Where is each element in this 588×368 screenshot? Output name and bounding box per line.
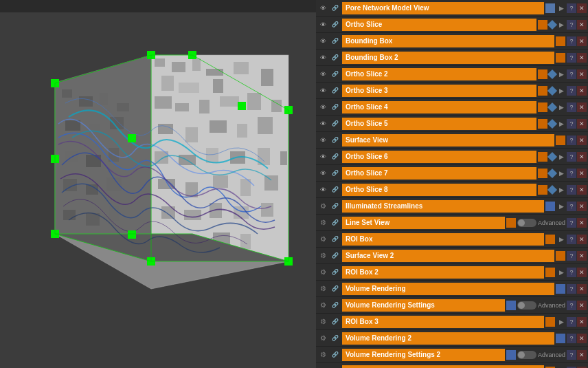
link-icon[interactable]: 🔗 [330, 217, 341, 228]
link-icon[interactable]: 🔗 [330, 316, 341, 327]
pipeline-row[interactable]: ⚙🔗Volume Rendering SettingsAdvanced?✕ [316, 297, 588, 314]
link-icon[interactable]: 🔗 [330, 85, 341, 96]
link-icon[interactable]: 🔗 [330, 267, 341, 278]
arrow-icon[interactable]: ▶ [556, 119, 566, 129]
pipeline-row[interactable]: ⚙🔗ROI Box 3▶?✕ [316, 314, 588, 330]
pipeline-label[interactable]: Bounding Box [342, 35, 554, 47]
close-button[interactable]: ✕ [577, 317, 587, 327]
pipeline-label[interactable]: Ortho Slice [342, 19, 536, 31]
pipeline-label[interactable]: Ortho Slice 5 [342, 118, 536, 130]
link-icon[interactable]: 🔗 [330, 349, 341, 360]
eye-icon[interactable]: ⚙ [317, 349, 328, 360]
help-button[interactable]: ? [567, 185, 576, 195]
eye-icon[interactable]: 👁 [317, 184, 328, 195]
color-swatch[interactable] [506, 218, 516, 228]
pipeline-label[interactable]: Ortho Slice 8 [342, 184, 536, 196]
link-icon[interactable]: 🔗 [330, 283, 341, 294]
close-button[interactable]: ✕ [577, 69, 587, 79]
diamond-icon[interactable] [547, 102, 557, 111]
arrow-icon[interactable]: ▶ [556, 69, 566, 79]
close-button[interactable]: ✕ [577, 251, 587, 261]
pipeline-label[interactable]: Volume Rendering 2 [342, 332, 554, 345]
link-icon[interactable]: 🔗 [330, 69, 341, 80]
eye-icon[interactable]: 👁 [317, 69, 328, 80]
eye-icon[interactable]: 👁 [317, 19, 328, 30]
link-icon[interactable]: 🔗 [330, 3, 341, 14]
pipeline-label[interactable]: ROI Box 3 [342, 316, 544, 328]
eye-icon[interactable]: 👁 [317, 52, 328, 63]
color-swatch[interactable] [545, 202, 555, 211]
close-button[interactable]: ✕ [577, 136, 587, 145]
color-swatch[interactable] [556, 251, 565, 261]
help-button[interactable]: ? [567, 218, 576, 228]
close-button[interactable]: ✕ [577, 235, 587, 244]
eye-icon[interactable]: 👁 [317, 36, 328, 47]
eye-icon[interactable]: ⚙ [317, 283, 328, 294]
arrow-icon[interactable]: ▶ [556, 152, 566, 162]
help-button[interactable]: ? [567, 36, 576, 46]
help-button[interactable]: ? [567, 3, 576, 13]
pipeline-row[interactable]: 👁🔗Ortho Slice 8▶?✕ [316, 182, 588, 198]
help-button[interactable]: ? [567, 102, 576, 112]
pipeline-label[interactable]: ROI Box 2 [342, 266, 544, 279]
eye-icon[interactable]: 👁 [317, 102, 328, 113]
link-icon[interactable]: 🔗 [330, 168, 341, 179]
arrow-icon[interactable]: ▶ [556, 317, 566, 327]
pipeline-row[interactable]: 👁🔗Pore Network Model View▶?✕ [316, 0, 588, 17]
close-button[interactable]: ✕ [577, 301, 587, 310]
eye-icon[interactable]: ⚙ [317, 217, 328, 228]
pipeline-label[interactable]: Surface View 2 [342, 250, 554, 262]
color-swatch[interactable] [545, 235, 555, 244]
pipeline-label[interactable]: Ortho Slice 7 [342, 167, 536, 180]
link-icon[interactable]: 🔗 [330, 118, 341, 129]
pipeline-label[interactable]: Line Set View [342, 217, 505, 229]
pipeline-label[interactable]: Ortho Slice 4 [342, 101, 536, 113]
help-button[interactable]: ? [567, 301, 576, 310]
color-swatch[interactable] [538, 86, 547, 96]
color-swatch[interactable] [556, 136, 565, 145]
color-swatch[interactable] [538, 102, 547, 112]
pipeline-row[interactable]: 👁🔗Ortho Slice 3▶?✕ [316, 83, 588, 99]
eye-icon[interactable]: ⚙ [317, 267, 328, 278]
link-icon[interactable]: 🔗 [330, 366, 341, 369]
link-icon[interactable]: 🔗 [330, 151, 341, 162]
help-button[interactable]: ? [567, 53, 576, 63]
eye-icon[interactable]: ⚙ [317, 201, 328, 212]
eye-icon[interactable]: ⚙ [317, 366, 328, 369]
color-swatch[interactable] [545, 317, 555, 327]
pipeline-row[interactable]: 👁🔗Surface View?✕ [316, 132, 588, 149]
close-button[interactable]: ✕ [577, 350, 587, 360]
eye-icon[interactable]: 👁 [317, 135, 328, 146]
diamond-icon[interactable] [547, 184, 557, 194]
color-swatch[interactable] [538, 169, 547, 178]
close-button[interactable]: ✕ [577, 119, 587, 129]
help-button[interactable]: ? [567, 86, 576, 96]
toggle-switch[interactable] [517, 351, 536, 359]
toggle-switch[interactable] [517, 301, 536, 310]
pipeline-row[interactable]: ⚙🔗Illuminated Streamlines▶?✕ [316, 198, 588, 215]
pipeline-label[interactable]: Volfren [342, 365, 544, 369]
pipeline-label[interactable]: Volume Rendering Settings [342, 299, 505, 312]
help-button[interactable]: ? [567, 251, 576, 261]
link-icon[interactable]: 🔗 [330, 300, 341, 311]
color-swatch[interactable] [506, 301, 516, 310]
pipeline-label[interactable]: Illuminated Streamlines [342, 200, 544, 213]
help-button[interactable]: ? [567, 317, 576, 327]
help-button[interactable]: ? [567, 119, 576, 129]
close-button[interactable]: ✕ [577, 152, 587, 162]
pipeline-row[interactable]: 👁🔗Ortho Slice 5▶?✕ [316, 116, 588, 132]
close-button[interactable]: ✕ [577, 284, 587, 294]
pipeline-row[interactable]: 👁🔗Ortho Slice 2▶?✕ [316, 66, 588, 83]
link-icon[interactable]: 🔗 [330, 102, 341, 113]
close-button[interactable]: ✕ [577, 334, 587, 343]
arrow-icon[interactable]: ▶ [556, 169, 566, 178]
eye-icon[interactable]: ⚙ [317, 333, 328, 344]
pipeline-row[interactable]: ⚙🔗Volume Rendering 2?✕ [316, 330, 588, 347]
eye-icon[interactable]: ⚙ [317, 234, 328, 245]
diamond-icon[interactable] [547, 168, 557, 177]
link-icon[interactable]: 🔗 [330, 333, 341, 344]
link-icon[interactable]: 🔗 [330, 184, 341, 195]
pipeline-row[interactable]: ⚙🔗Volume Rendering Settings 2Advanced?✕ [316, 347, 588, 363]
pipeline-row[interactable]: ⚙🔗ROI Box▶?✕ [316, 231, 588, 248]
color-swatch[interactable] [538, 20, 547, 30]
